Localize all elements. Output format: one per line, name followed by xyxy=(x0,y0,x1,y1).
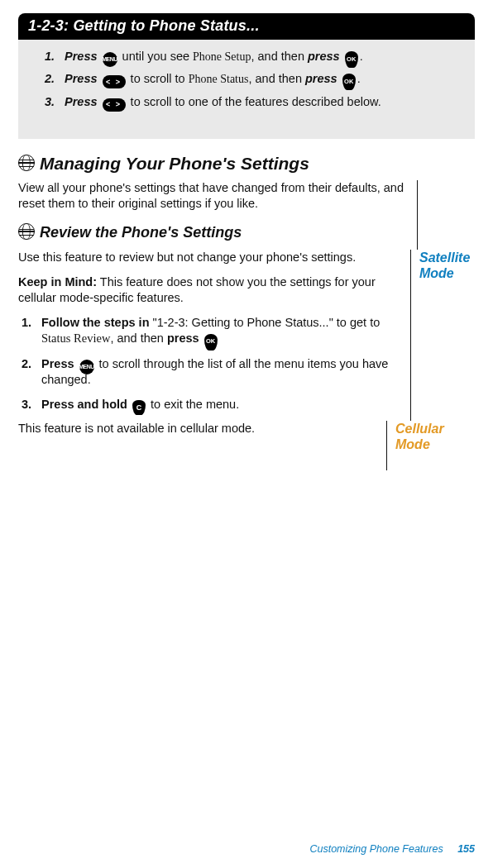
step-bold: Press xyxy=(41,357,78,370)
subsection-heading-text: Review the Phone's Settings xyxy=(40,224,242,241)
review-steps: 1. Follow the steps in "1-2-3: Getting t… xyxy=(18,315,397,413)
review-row: Use this feature to review but not chang… xyxy=(18,250,475,421)
ok-icon: OK xyxy=(204,334,218,351)
step-text: to exit the menu. xyxy=(147,398,239,411)
scroll-icon: < > xyxy=(103,98,126,112)
section1-row: View all your phone's settings that have… xyxy=(18,180,475,250)
procedure-step-1: 1. Press MENU until you see Phone Setup,… xyxy=(45,48,465,65)
step-text: . xyxy=(357,72,361,85)
keep-label: Keep in Mind: xyxy=(18,275,97,289)
review-p1: Use this feature to review but not chang… xyxy=(18,250,397,266)
step-text: , and then xyxy=(110,331,167,345)
review-left: Use this feature to review but not chang… xyxy=(18,250,411,421)
step-text: , and then xyxy=(248,72,305,85)
step-text: . xyxy=(360,50,363,63)
cellular-label-line2: Mode xyxy=(395,436,475,452)
ok-icon: OK xyxy=(342,74,356,90)
page: 1-2-3: Getting to Phone Status... 1. Pre… xyxy=(0,0,493,868)
footer-chapter: Customizing Phone Features xyxy=(309,843,443,855)
section-heading-managing: Managing Your Phone's Settings xyxy=(18,154,475,174)
satellite-mode-label: Satellite Mode xyxy=(411,250,475,421)
procedure-step-3: 3. Press < > to scroll to one of the fea… xyxy=(45,93,465,111)
globe-icon xyxy=(18,155,35,171)
step-text: until you see xyxy=(119,50,193,63)
step-number: 1. xyxy=(22,315,31,331)
lcd-text: Phone Setup xyxy=(193,50,251,63)
satellite-label-line1: Satellite xyxy=(419,250,475,265)
section1-intro: View all your phone's settings that have… xyxy=(18,180,404,212)
step-bold: Press and hold xyxy=(41,398,131,411)
section-heading-text: Managing Your Phone's Settings xyxy=(40,154,309,173)
review-step-3: 3. Press and hold C to exit the menu. xyxy=(41,397,397,413)
cellular-mode-label: Cellular Mode xyxy=(387,421,475,470)
step-bold: press xyxy=(305,72,341,85)
cellular-row: This feature is not available in cellula… xyxy=(18,421,475,470)
step-number: 2. xyxy=(22,356,31,373)
step-bold: Press xyxy=(65,95,101,108)
cellular-text: This feature is not available in cellula… xyxy=(18,421,373,437)
step-text: to scroll to one of the features describ… xyxy=(127,95,381,108)
step-bold: press xyxy=(167,331,203,345)
section1-left: View all your phone's settings that have… xyxy=(18,180,418,250)
step-text: "1-2-3: Getting to Phone Status..." to g… xyxy=(153,316,381,329)
review-step-1: 1. Follow the steps in "1-2-3: Getting t… xyxy=(41,315,397,348)
procedure-steps-list: 1. Press MENU until you see Phone Setup,… xyxy=(28,48,465,111)
menu-icon: MENU xyxy=(79,360,94,374)
ok-icon: OK xyxy=(345,51,358,68)
step-text: to scroll to xyxy=(127,72,189,85)
step-number: 3. xyxy=(45,93,61,111)
page-footer: Customizing Phone Features 155 xyxy=(309,843,475,855)
step-bold: Press xyxy=(65,72,101,85)
globe-icon xyxy=(18,223,35,240)
menu-icon: MENU xyxy=(103,52,117,67)
procedure-title: 1-2-3: Getting to Phone Status... xyxy=(28,17,260,34)
step-number: 1. xyxy=(45,48,61,65)
lcd-text: Phone Status xyxy=(189,73,249,85)
step-text: , and then xyxy=(251,50,308,63)
review-keep: Keep in Mind: This feature does not show… xyxy=(18,274,397,307)
c-icon: C xyxy=(132,400,146,415)
procedure-steps-box: 1. Press MENU until you see Phone Setup,… xyxy=(18,40,475,139)
scroll-icon: < > xyxy=(103,75,126,88)
step-bold: press xyxy=(308,50,343,63)
review-step-2: 2. Press MENU to scroll through the list… xyxy=(41,356,397,389)
step-bold: Press xyxy=(65,50,101,63)
footer-page-number: 155 xyxy=(457,843,475,855)
section1-right-empty xyxy=(418,180,475,250)
step-number: 2. xyxy=(45,70,61,88)
procedure-header: 1-2-3: Getting to Phone Status... xyxy=(18,13,475,40)
step-number: 3. xyxy=(22,397,31,413)
lcd-text: Status Review xyxy=(41,331,110,345)
step-bold: Follow the steps in xyxy=(41,316,153,329)
procedure-step-2: 2. Press < > to scroll to Phone Status, … xyxy=(45,70,465,88)
subsection-heading-review: Review the Phone's Settings xyxy=(18,224,404,241)
cellular-left: This feature is not available in cellula… xyxy=(18,421,387,470)
cellular-label-line1: Cellular xyxy=(395,421,475,436)
step-text: to scroll through the list of all the me… xyxy=(41,357,388,387)
satellite-label-line2: Mode xyxy=(419,265,475,281)
